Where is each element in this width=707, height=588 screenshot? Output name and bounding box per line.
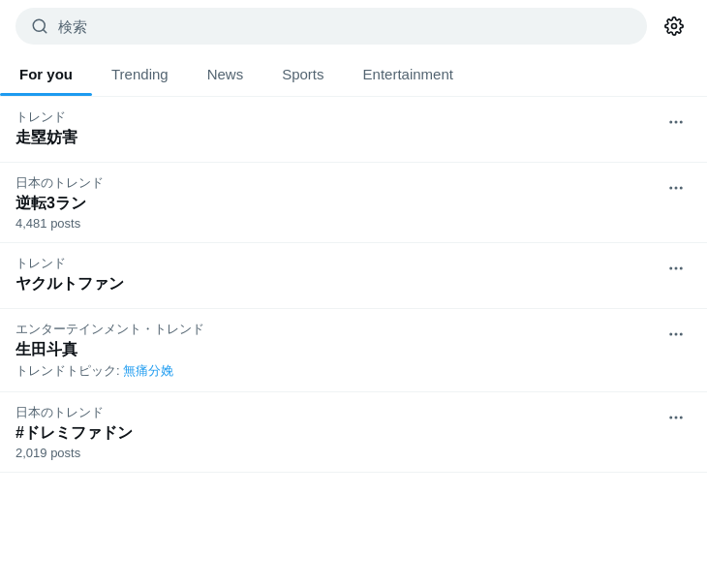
tab-for-you[interactable]: For you [0,52,92,96]
trend-content: 日本のトレンド 逆転3ラン 4,481 posts [15,174,661,231]
svg-line-1 [43,29,46,32]
trend-category: トレンド [15,108,661,126]
trend-posts: 2,019 posts [15,446,661,460]
more-options-button[interactable] [661,402,692,433]
search-bar-container [0,0,707,52]
svg-point-13 [675,333,678,336]
svg-point-5 [680,121,683,124]
trend-name: #ドレミファドン [15,423,661,444]
svg-point-12 [669,333,672,336]
trend-name: 逆転3ラン [15,194,661,214]
trend-content: 日本のトレンド #ドレミファドン 2,019 posts [15,404,661,460]
trend-item[interactable]: トレンド ヤクルトファン [0,243,707,309]
trend-category: エンターテインメント・トレンド [15,321,661,338]
trend-content: エンターテインメント・トレンド 生田斗真 トレンドトピック: 無痛分娩 [15,321,661,380]
trend-name: ヤクルトファン [15,274,661,294]
trend-item[interactable]: 日本のトレンド #ドレミファドン 2,019 posts [0,392,707,473]
trend-name: 走塁妨害 [15,128,661,148]
trend-category: トレンド [15,255,661,272]
trends-list: トレンド 走塁妨害 日本のトレンド 逆転3ラン 4,481 posts [0,97,707,473]
tab-entertainment[interactable]: Entertainment [344,52,473,96]
svg-point-8 [680,187,683,190]
search-bar[interactable] [15,8,647,45]
settings-button[interactable] [657,9,692,44]
svg-point-16 [675,417,678,419]
trend-item[interactable]: エンターテインメント・トレンド 生田斗真 トレンドトピック: 無痛分娩 [0,309,707,392]
tab-trending[interactable]: Trending [92,52,188,96]
trend-name: 生田斗真 [15,340,661,360]
svg-point-11 [680,267,683,270]
more-options-button[interactable] [661,172,692,203]
trend-category: 日本のトレンド [15,174,661,192]
more-options-button[interactable] [661,253,692,284]
svg-point-14 [680,333,683,336]
svg-point-7 [675,187,678,190]
svg-point-6 [669,187,672,190]
svg-point-15 [669,417,672,419]
more-options-button[interactable] [661,319,692,350]
trend-content: トレンド ヤクルトファン [15,255,661,296]
svg-point-4 [675,121,678,124]
svg-point-10 [675,267,678,270]
tab-news[interactable]: News [188,52,263,96]
svg-point-2 [672,24,677,29]
svg-point-9 [669,267,672,270]
tabs-container: For youTrendingNewsSportsEntertainment [0,52,707,97]
trend-item[interactable]: トレンド 走塁妨害 [0,97,707,163]
trend-item[interactable]: 日本のトレンド 逆転3ラン 4,481 posts [0,163,707,243]
trend-posts: 4,481 posts [15,216,661,231]
search-input[interactable] [58,18,631,35]
search-icon [31,17,48,35]
tab-sports[interactable]: Sports [262,52,343,96]
trend-category: 日本のトレンド [15,404,661,421]
trend-topic-link[interactable]: 無痛分娩 [123,363,173,378]
trend-topic: トレンドトピック: 無痛分娩 [15,362,661,380]
more-options-button[interactable] [661,107,692,138]
svg-point-3 [669,121,672,124]
svg-point-17 [680,417,683,419]
trend-content: トレンド 走塁妨害 [15,108,661,150]
